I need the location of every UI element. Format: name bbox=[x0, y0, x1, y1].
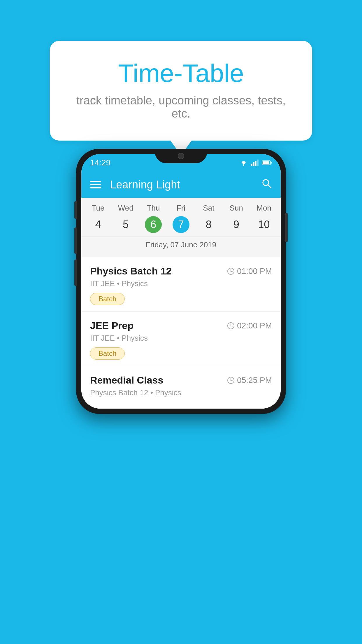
search-button[interactable] bbox=[261, 178, 272, 191]
day-header-sun: Sun bbox=[222, 204, 250, 213]
signal-icon bbox=[251, 160, 259, 166]
bubble-subtitle: track timetable, upcoming classes, tests… bbox=[73, 94, 289, 120]
svg-rect-2 bbox=[253, 162, 254, 166]
svg-point-0 bbox=[243, 165, 244, 166]
day-numbers: 4 5 6 7 8 9 10 bbox=[81, 216, 281, 234]
clock-icon-2 bbox=[227, 322, 235, 330]
schedule-item-2[interactable]: JEE Prep 02:00 PM IIT JEE • Physics Batc… bbox=[81, 312, 281, 366]
volume-up-button bbox=[74, 228, 77, 254]
svg-rect-1 bbox=[251, 164, 252, 166]
day-header-thu: Thu bbox=[140, 204, 167, 213]
day-6-today[interactable]: 6 bbox=[145, 216, 162, 233]
day-9[interactable]: 9 bbox=[222, 216, 250, 234]
top-section: Time-Table track timetable, upcoming cla… bbox=[0, 0, 362, 141]
phone-notch bbox=[155, 149, 207, 163]
svg-rect-3 bbox=[255, 161, 256, 166]
speech-bubble: Time-Table track timetable, upcoming cla… bbox=[50, 41, 312, 141]
schedule-item-1-header: Physics Batch 12 01:00 PM bbox=[90, 265, 272, 277]
power-button bbox=[285, 213, 288, 242]
selected-date-label: Friday, 07 June 2019 bbox=[81, 237, 281, 253]
status-icons bbox=[239, 160, 272, 166]
phone-screen: 14:29 bbox=[81, 154, 281, 409]
day-header-fri: Fri bbox=[167, 204, 195, 213]
day-header-wed: Wed bbox=[112, 204, 140, 213]
volume-silent-button bbox=[74, 201, 77, 219]
svg-rect-7 bbox=[271, 162, 272, 164]
day-7-selected[interactable]: 7 bbox=[173, 216, 189, 233]
svg-rect-6 bbox=[263, 161, 269, 164]
calendar-strip: Tue Wed Thu Fri Sat Sun Mon 4 5 6 7 8 9 … bbox=[81, 198, 281, 257]
schedule-title-2: JEE Prep bbox=[90, 320, 133, 331]
batch-tag-1: Batch bbox=[90, 293, 125, 305]
schedule-subtitle-3: Physics Batch 12 • Physics bbox=[90, 388, 272, 397]
svg-rect-4 bbox=[257, 160, 259, 166]
schedule-subtitle-2: IIT JEE • Physics bbox=[90, 334, 272, 343]
schedule-time-1: 01:00 PM bbox=[227, 267, 272, 276]
phone-mockup: 14:29 bbox=[76, 149, 286, 414]
day-8[interactable]: 8 bbox=[195, 216, 222, 234]
hamburger-menu-icon[interactable] bbox=[90, 181, 101, 188]
batch-tag-2: Batch bbox=[90, 347, 125, 360]
schedule-list: Physics Batch 12 01:00 PM IIT JEE • Phys… bbox=[81, 257, 281, 409]
schedule-item-1[interactable]: Physics Batch 12 01:00 PM IIT JEE • Phys… bbox=[81, 257, 281, 312]
day-10[interactable]: 10 bbox=[250, 216, 278, 234]
status-time: 14:29 bbox=[90, 158, 110, 167]
schedule-title-1: Physics Batch 12 bbox=[90, 265, 172, 277]
schedule-time-3: 05:25 PM bbox=[227, 376, 272, 385]
svg-line-9 bbox=[268, 185, 271, 188]
schedule-item-2-header: JEE Prep 02:00 PM bbox=[90, 320, 272, 331]
day-headers: Tue Wed Thu Fri Sat Sun Mon bbox=[81, 204, 281, 213]
day-5[interactable]: 5 bbox=[112, 216, 140, 234]
schedule-time-2: 02:00 PM bbox=[227, 321, 272, 330]
schedule-item-3[interactable]: Remedial Class 05:25 PM Physics Batch 12… bbox=[81, 366, 281, 409]
battery-icon bbox=[262, 160, 272, 165]
schedule-title-3: Remedial Class bbox=[90, 374, 163, 386]
wifi-icon bbox=[239, 160, 248, 166]
day-header-mon: Mon bbox=[250, 204, 278, 213]
clock-icon-3 bbox=[227, 377, 235, 384]
phone-outer: 14:29 bbox=[76, 149, 286, 414]
bubble-title: Time-Table bbox=[73, 58, 289, 88]
day-header-sat: Sat bbox=[195, 204, 222, 213]
front-camera bbox=[178, 153, 184, 159]
schedule-item-3-header: Remedial Class 05:25 PM bbox=[90, 374, 272, 386]
day-4[interactable]: 4 bbox=[84, 216, 112, 234]
clock-icon-1 bbox=[227, 267, 235, 275]
volume-down-button bbox=[74, 260, 77, 286]
app-bar: Learning Light bbox=[81, 172, 281, 198]
day-header-tue: Tue bbox=[84, 204, 112, 213]
schedule-subtitle-1: IIT JEE • Physics bbox=[90, 279, 272, 288]
app-title: Learning Light bbox=[110, 178, 256, 191]
